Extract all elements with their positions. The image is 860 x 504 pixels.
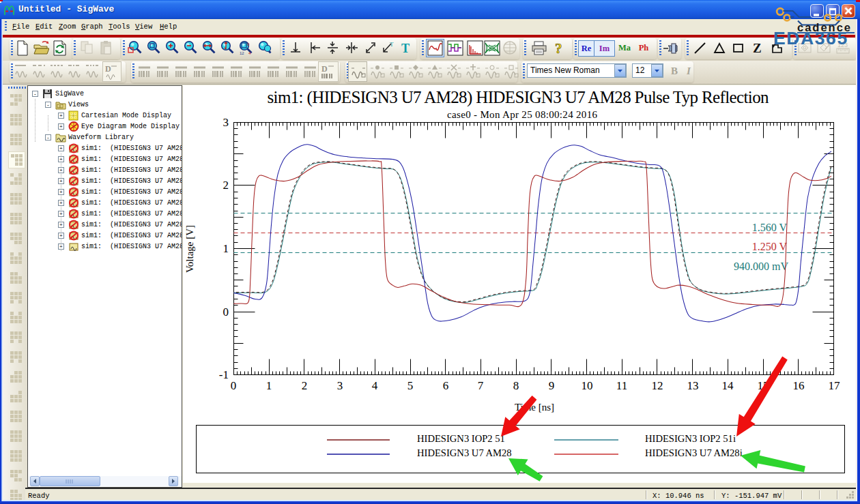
svg-text:1.250 V: 1.250 V [752, 241, 788, 252]
svg-text:14: 14 [722, 379, 734, 392]
svg-text:17: 17 [829, 379, 841, 392]
svg-text:940.000 mV: 940.000 mV [734, 261, 788, 272]
svg-text:4: 4 [372, 379, 378, 392]
svg-text:1: 1 [223, 242, 229, 255]
svg-text:1: 1 [266, 379, 272, 392]
svg-text:case0 - Mon Apr 25 08:00:24 20: case0 - Mon Apr 25 08:00:24 2016 [447, 109, 598, 120]
svg-text:T: T [390, 41, 394, 48]
svg-text:D: D [321, 64, 328, 74]
svg-text:T: T [401, 42, 410, 55]
svg-text:HIDESIGN3 IOP2 51: HIDESIGN3 IOP2 51 [417, 433, 505, 444]
svg-text:9: 9 [549, 379, 555, 392]
svg-text:Voltage [V]: Voltage [V] [184, 225, 195, 273]
svg-text:3: 3 [223, 116, 229, 129]
svg-text:D: D [105, 64, 111, 74]
svg-text:EDA365: EDA365 [773, 28, 848, 48]
svg-text:5: 5 [407, 379, 414, 392]
svg-text:2: 2 [223, 179, 229, 192]
svg-text:6: 6 [443, 379, 449, 392]
svg-text:sim1: (HIDESIGN3 U7 AM28) HIDE: sim1: (HIDESIGN3 U7 AM28) HIDESIGN3 U7 A… [268, 88, 770, 107]
svg-text:HIDESIGN3 U7 AM28: HIDESIGN3 U7 AM28 [417, 447, 512, 458]
svg-text:16: 16 [793, 379, 805, 392]
svg-text:HIDESIGN3 IOP2 51i: HIDESIGN3 IOP2 51i [645, 433, 736, 444]
svg-text:-1: -1 [219, 368, 229, 381]
svg-text:0: 0 [247, 42, 250, 46]
svg-text:10: 10 [582, 379, 593, 392]
svg-text:HIDESIGN3 U7 AM28i: HIDESIGN3 U7 AM28i [645, 447, 743, 458]
svg-text:13: 13 [687, 379, 699, 392]
svg-text:8: 8 [513, 379, 519, 392]
svg-text:?: ? [555, 40, 562, 57]
svg-text:1.560 V: 1.560 V [752, 222, 788, 233]
svg-text:0: 0 [231, 379, 237, 392]
svg-text:12: 12 [652, 379, 663, 392]
svg-text:11: 11 [616, 379, 627, 392]
svg-text:2: 2 [302, 379, 308, 392]
svg-text:0: 0 [223, 306, 229, 318]
svg-text:7: 7 [478, 379, 484, 392]
svg-text:12: 12 [240, 51, 244, 55]
svg-text:3: 3 [337, 379, 343, 392]
